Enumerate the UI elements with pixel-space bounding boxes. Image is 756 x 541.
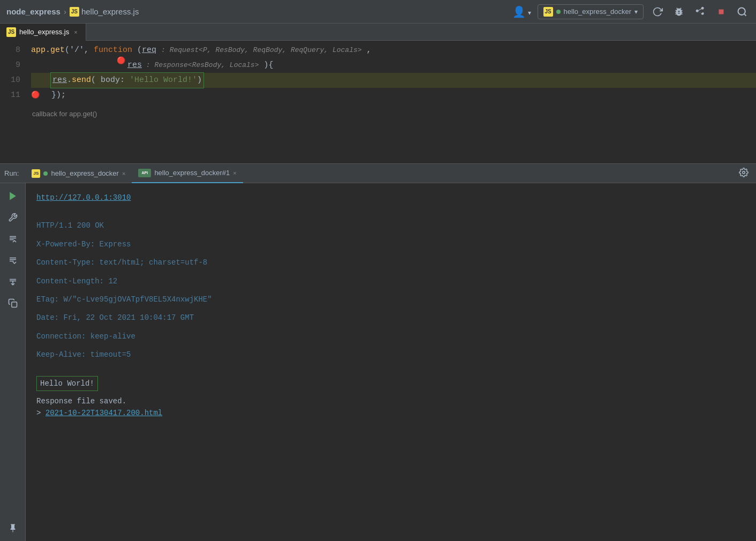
project-name[interactable]: node_express (6, 7, 61, 16)
output-url-link[interactable]: http://127.0.0.1:3010 (36, 193, 131, 202)
stop-button[interactable] (714, 6, 728, 18)
output-blank-1 (36, 204, 745, 213)
play-button[interactable] (4, 187, 21, 205)
output-saved-link[interactable]: 2021-10-22T130417.200.html (46, 409, 162, 417)
line-number-10: 10 (0, 73, 20, 88)
run-left-sidebar (0, 183, 26, 541)
output-header-xpowered: X-Powered-By: Express (36, 238, 745, 250)
output-response-body: Hello World! (36, 376, 98, 391)
rerun-icon (652, 6, 663, 17)
run-tab-2-close[interactable]: × (233, 170, 236, 176)
code-punct-6: . (67, 76, 72, 85)
code-indent-10 (31, 73, 50, 88)
output-header-etag: ETag: W/"c-Lve95gjOVATpfV8EL5X4nxwjKHE" (36, 294, 745, 305)
js-file-icon: JS (70, 7, 79, 17)
code-container: 8 9 10 11 app.get('/', function (req : R… (0, 41, 756, 105)
output-header-keepalive: Keep-Alive: timeout=5 (36, 349, 745, 360)
line-number-11: 11 (0, 88, 20, 103)
breadcrumb: node_express › JS hello_express.js (6, 7, 508, 17)
stop-run-button[interactable] (4, 252, 21, 269)
svg-marker-3 (10, 192, 16, 200)
wrench-button[interactable] (4, 209, 21, 226)
top-toolbar: node_express › JS hello_express.js 👤 JS … (0, 0, 756, 24)
run-tab-1-green-dot (43, 171, 48, 176)
build-icon (695, 6, 706, 17)
user-button[interactable]: 👤 (512, 5, 531, 18)
user-icon: 👤 (512, 5, 526, 18)
breakpoint-9: 🔴 (117, 57, 125, 65)
breadcrumb-filename: hello_express.js (81, 7, 139, 16)
code-punct-2: ( (132, 43, 142, 58)
pin-button[interactable] (4, 520, 21, 537)
run-output[interactable]: http://127.0.0.1:3010 HTTP/1.1 200 OK X-… (26, 183, 756, 541)
code-token-res2: res (52, 76, 67, 85)
code-type-hint-res: : Response<ResBody, Locals> (142, 58, 259, 73)
breadcrumb-separator: › (64, 7, 66, 16)
copy-icon (8, 298, 18, 308)
code-punct-8: ) (197, 76, 202, 85)
line-numbers: 8 9 10 11 (0, 43, 27, 103)
file-tab-label: hello_express.js (19, 28, 69, 36)
run-tab-1[interactable]: JS hello_express_docker × (25, 164, 132, 183)
run-config-dropdown-icon (634, 7, 638, 16)
svg-point-0 (738, 7, 745, 14)
svg-point-2 (743, 171, 745, 174)
code-outlined-send: res.send( body: 'Hello World!') (50, 72, 204, 88)
run-settings-button[interactable] (736, 167, 752, 181)
code-punct-7: ( body: (91, 76, 130, 85)
output-saved-text: Response file saved. (36, 395, 745, 407)
svg-rect-13 (11, 302, 17, 307)
line-number-9: 9 (0, 58, 20, 73)
run-tab-2[interactable]: API hello_express_docker#1 × (132, 164, 243, 183)
run-body: http://127.0.0.1:3010 HTTP/1.1 200 OK X-… (0, 183, 756, 541)
toolbar-right: 👤 JS hello_express_docker (512, 4, 750, 19)
wrench-icon (8, 213, 18, 222)
code-token-app-get: app.get (31, 43, 65, 58)
search-button[interactable] (735, 5, 750, 18)
pin-icon (8, 523, 18, 533)
output-http-status: HTTP/1.1 200 OK (36, 220, 745, 231)
rerun-button[interactable] (650, 5, 665, 18)
file-tab-close-button[interactable]: × (72, 28, 79, 36)
build-button[interactable] (693, 5, 708, 18)
output-url-line: http://127.0.0.1:3010 (36, 192, 745, 204)
output-saved-link-line: > 2021-10-22T130417.200.html (36, 407, 745, 419)
code-token-res: res (127, 58, 142, 73)
scroll-down-button[interactable] (4, 273, 21, 290)
stop-icon (716, 7, 726, 17)
run-config-js-icon: JS (543, 7, 553, 17)
output-header-content-length: Content-Length: 12 (36, 275, 745, 287)
code-token-hello-world-str: 'Hello World!' (130, 76, 197, 85)
breadcrumb-file: JS hello_express.js (70, 7, 139, 17)
run-tab-bar: Run: JS hello_express_docker × API hello… (0, 164, 756, 183)
code-token-function: function (94, 43, 132, 58)
stop-run-icon (8, 256, 18, 265)
file-tab-js-icon: JS (6, 27, 16, 37)
code-token-send: send (72, 76, 91, 85)
run-label: Run: (4, 169, 19, 177)
scroll-to-top-button[interactable] (4, 230, 21, 247)
code-punct-1: ('/', (65, 43, 94, 58)
copy-button[interactable] (4, 295, 21, 312)
output-header-connection: Connection: keep-alive (36, 330, 745, 342)
output-header-date: Date: Fri, 22 Oct 2021 10:04:17 GMT (36, 312, 745, 324)
run-tab-2-api-icon: API (138, 169, 151, 177)
run-tab-1-js-icon: JS (32, 169, 40, 178)
run-tab-2-label: hello_express_docker#1 (154, 169, 230, 177)
user-dropdown-icon (528, 5, 531, 18)
output-arrow: > (36, 409, 46, 417)
code-line-8: app.get('/', function (req : Request<P, … (31, 43, 756, 58)
code-punct-4: , (362, 43, 372, 58)
code-punct-3 (156, 43, 161, 58)
play-icon (7, 191, 18, 201)
output-header-content-type: Content-Type: text/html; charset=utf-8 (36, 257, 745, 268)
file-tab-hello-express[interactable]: JS hello_express.js × (0, 24, 86, 41)
run-config-button[interactable]: JS hello_express_docker (538, 4, 644, 19)
svg-line-1 (744, 13, 746, 16)
run-tab-1-close[interactable]: × (122, 170, 125, 177)
code-lines: app.get('/', function (req : Request<P, … (27, 43, 756, 103)
line-number-8: 8 (0, 43, 20, 58)
debug-button[interactable] (671, 5, 686, 18)
run-tab-1-label: hello_express_docker (51, 169, 118, 177)
debug-icon (674, 6, 684, 17)
